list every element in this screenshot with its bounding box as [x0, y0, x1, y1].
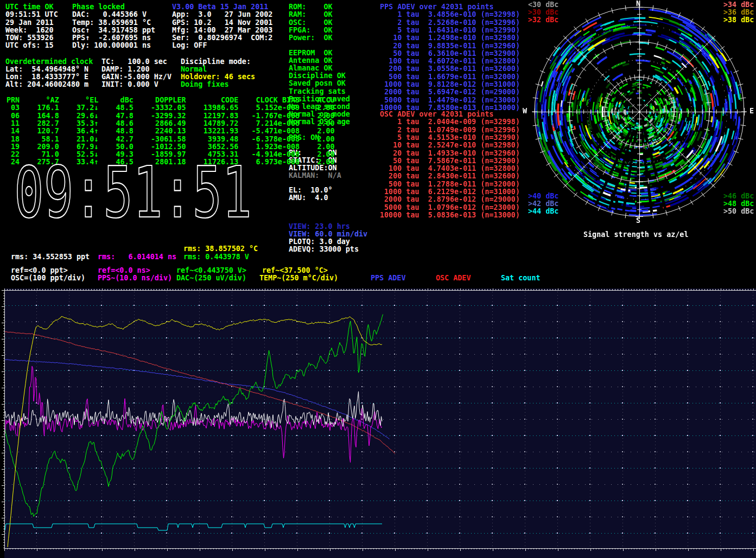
sat-table-row-06: 06 164.8 29.6↓ 47.8 -3299.32 12197.83 -1… [7, 112, 335, 120]
power-status: Power: OK [289, 34, 333, 42]
view-hours: VIEW: 23.0 hrs [289, 223, 350, 230]
sat-table-row-18: 18 58.1 21.0↓ 42.7 -3061.58 3939.48 -6.3… [7, 136, 335, 143]
dbc-gt44: >44 dBc [528, 208, 558, 215]
almanac-status: Almanac OK [289, 65, 333, 72]
sat-table-row-03: 03 176.1 37.2↓ 48.5 -3332.05 13986.65 5.… [7, 104, 335, 112]
dbc-gt34: >34 dBc [723, 1, 754, 9]
osc-adev-row-1000: 1000 tau 6.2129e-012 (n=31000) [380, 188, 520, 196]
ref-osc: ref=<0.0 ppt> [11, 267, 68, 274]
discipline-status: Discipline OK [289, 72, 346, 80]
rms-pps: rms: 6.014014 ns [98, 253, 176, 261]
saved-posn-status: Saved posn OK [289, 80, 346, 87]
rms-temp: rms: 38.857502 °C [183, 245, 258, 253]
osc-offset: Osc↑ 34.917458 ppt [72, 27, 155, 34]
doing-fixes: Doing fixes [181, 81, 229, 88]
compass-west: W [523, 107, 527, 115]
altitude: Alt: 204.46002480 m [5, 81, 88, 88]
app-version: App: 3.0 27 Jun 2002 [172, 11, 272, 18]
ref-dac: ref~<0.443750 V> [176, 267, 246, 274]
compass-north: N [636, 0, 640, 8]
osc-adev-row-5000: 5000 tau 1.0796e-012 (n=23000) [380, 204, 520, 211]
time-constant: TC: 100.0 sec [101, 58, 167, 66]
pps-adev-row-2000: 2000 tau 5.6947e-012 (n=29000) [380, 88, 520, 96]
legend-sat-count: Sat count [501, 274, 541, 282]
scale-temp: TEMP~(250 m°C/div) [259, 274, 338, 282]
utc-time: 09:51:51 UTC [5, 11, 58, 18]
gps-week: Week: 1620 [5, 27, 54, 34]
osc-status: OSC: OK [289, 19, 333, 27]
view-scale: VIEW: 60.0 min/div [289, 230, 367, 238]
sat-table-row-22: 22 71.0 52.5↓ 49.3 -1859.97 4753.31 -4.9… [7, 151, 335, 158]
plot-queue: PLOTQ: 3.0 day [289, 238, 350, 246]
pps-adev-row-20: 20 tau 9.8835e-011 (n=32960) [380, 42, 520, 50]
dbc-gt40: >40 dBc [528, 193, 558, 200]
kalman-mode: KALMAN: N/A [289, 172, 341, 179]
polar-caption: Signal strength vs az/el [583, 231, 688, 239]
dbc-gt48: >48 dBc [723, 200, 754, 208]
amu-mask: AMU: 4.0 [289, 194, 328, 202]
pps-adev-row-1000: 1000 tau 9.8128e-012 (n=31000) [380, 81, 520, 88]
adev-queue: ADEVQ: 33000 pts [289, 246, 359, 253]
big-clock: 09:51:51 [12, 163, 256, 222]
latitude: Lat: 54.4964948° N [5, 66, 88, 73]
big-clock-digits: 09:51:51 [14, 163, 252, 222]
eeprom-status: EEPROM OK [289, 49, 333, 57]
elevation-mask: EL: 10.0° [289, 187, 333, 194]
pps-adev-row-1: 1 tau 3.4856e-010 (n=32998) [380, 11, 520, 18]
pps-adev-row-50: 50 tau 6.3610e-011 (n=32900) [380, 50, 520, 57]
temperature: Temp: 38.659691 °C [72, 19, 151, 27]
program-version: V3.00 Beta 15 Jan 2011 [172, 3, 268, 11]
dbc-gt36: >36 dBc [723, 9, 754, 16]
osc-adev-row-200: 200 tau 2.8430e-011 (n=32600) [380, 172, 520, 180]
dbc-gt30: >30 dBc [528, 9, 558, 16]
dbc-gt32: >32 dBc [528, 16, 558, 24]
legend-pps-adev: PPS ADEV [371, 274, 406, 282]
rms-osc: rms: 34.552853 ppt [11, 253, 90, 261]
dac-voltage: DAC: 0.445366 V [72, 11, 147, 18]
longitude: Lon: 18.4333777° E [5, 73, 88, 81]
gain: GAIN:-5.000 Hz/V [101, 73, 171, 81]
dbc-gt42: >42 dBc [528, 200, 558, 208]
scale-dac: DAC~(250 uV/div) [176, 274, 246, 282]
osc-adev-row-50: 50 tau 7.5867e-011 (n=32900) [380, 157, 520, 165]
osc-adev-row-20: 20 tau 1.4933e-010 (n=32960) [380, 150, 520, 157]
damping: DAMP: 1.200 [101, 66, 150, 73]
discipline-normal: Normal [181, 66, 207, 73]
pps-adev-row-200: 200 tau 3.0558e-011 (n=32600) [380, 65, 520, 73]
osc-adev-row-10: 10 tau 2.5247e-010 (n=32980) [380, 142, 520, 149]
osc-adev-row-10000: 10000 tau 5.0836e-013 (n=13000) [380, 211, 520, 219]
pps-adev-row-500: 500 tau 1.6679e-011 (n=32000) [380, 73, 520, 81]
utc-date: 29 Jan 2011 [5, 19, 54, 27]
osc-adev-row-5: 5 tau 4.5153e-010 (n=32990) [380, 134, 520, 142]
mfg-date: Mfg: 14:00 27 Mar 2003 [172, 27, 272, 34]
discipline-mode-title: Discipline mode: [181, 58, 251, 66]
osc-adev-title: OSC ADEV over 42031 points [380, 111, 494, 118]
time-of-week: TOW: 553926 [5, 34, 54, 42]
compass-south: S [636, 217, 640, 225]
lady-heather-screen: UTC time OK09:51:51 UTC29 Jan 2011Week: … [0, 0, 756, 558]
pps-adev-row-100: 100 tau 4.6072e-011 (n=32800) [380, 57, 520, 65]
sat-table-row-11: 11 282.7 35.3↑ 48.6 2866.49 14789.72 7.2… [7, 120, 335, 127]
ref-temp: ref~<37.500 °C> [262, 267, 328, 274]
log-status: Log: OFF [172, 42, 207, 49]
serial-number: Ser: 0.80296974 COM:2 [172, 34, 272, 42]
clock-mode-title: Overdetermined clock [5, 58, 93, 66]
pps-adev-title: PPS ADEV over 42031 points [380, 3, 494, 11]
pps-adev-row-10: 10 tau 1.2498e-010 (n=32980) [380, 34, 520, 42]
dbc-gt50: >50 dBc [723, 208, 754, 215]
dbc-lt30: <30 dBc [528, 1, 558, 9]
pps-adev-row-5: 5 tau 1.6431e-010 (n=32990) [380, 27, 520, 34]
osc-adev-row-1: 1 tau 2.0404e-009 (n=32998) [380, 118, 520, 126]
sat-table-row-19: 19 209.0 67.9↓ 50.0 -1012.50 3652.56 1.9… [7, 143, 335, 151]
holdover: Holdover: 46 secs [181, 73, 255, 81]
sat-table-header: PRN °AZ °EL dBc DOPPLER CODE CLOCK BIAS … [7, 97, 335, 104]
tracking-status: Tracking sats [289, 88, 346, 95]
pps-adev-row-5000: 5000 tau 1.4479e-012 (n=23000) [380, 97, 520, 104]
osc-adev-row-500: 500 tau 1.2788e-011 (n=32000) [380, 181, 520, 188]
cable-delay: Dly: 100.000001 ns [72, 42, 151, 49]
phase-status: Phase locked [72, 3, 125, 11]
pps-offset: PPS↑ -2.607695 ns [72, 34, 151, 42]
dbc-gt46: >46 dBc [723, 193, 754, 200]
utc-status: UTC time OK [5, 3, 54, 11]
ram-status: RAM: OK [289, 11, 333, 18]
